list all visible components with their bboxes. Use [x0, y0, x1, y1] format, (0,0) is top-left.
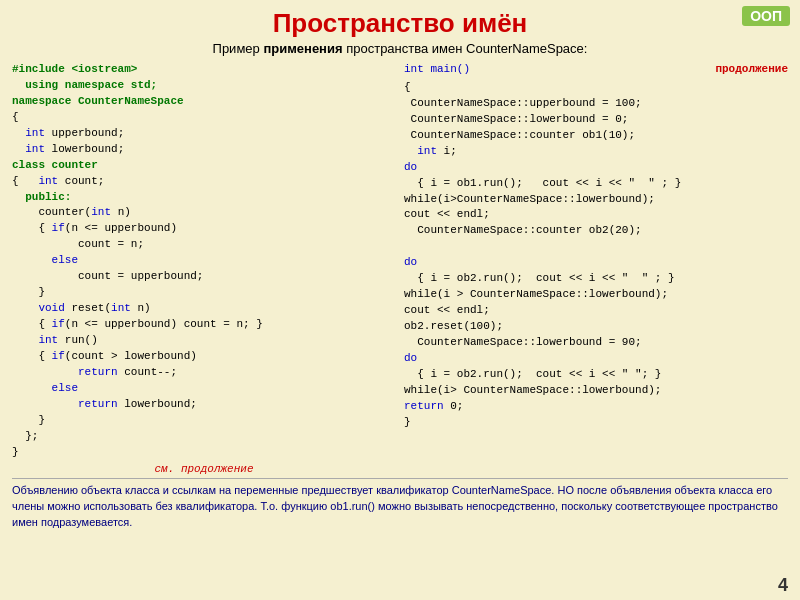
subtitle-rest: пространства имен CounterNameSpace:	[343, 41, 588, 56]
right-code-block: { CounterNameSpace::upperbound = 100; Co…	[404, 80, 788, 431]
page-number: 4	[778, 575, 788, 596]
page-title: Пространство имён	[12, 8, 788, 39]
see-more-label: см. продолжение	[12, 462, 396, 478]
subtitle: Пример применения пространства имен Coun…	[12, 41, 788, 56]
footer-content: Объявлению объекта класса и ссылкам на п…	[12, 484, 778, 528]
footer-text: Объявлению объекта класса и ссылкам на п…	[12, 478, 788, 531]
right-code-header: int main()	[404, 62, 470, 78]
right-code-panel: int main() продолжение { CounterNameSpac…	[404, 62, 788, 472]
continuation-label: продолжение	[715, 62, 788, 78]
page: ООП Пространство имён Пример применения …	[0, 0, 800, 600]
subtitle-plain: Пример	[213, 41, 264, 56]
left-code-panel: #include <iostream> using namespace std;…	[12, 62, 396, 472]
content-area: #include <iostream> using namespace std;…	[12, 62, 788, 472]
subtitle-bold: применения	[263, 41, 342, 56]
oop-badge: ООП	[742, 6, 790, 26]
left-code-block: #include <iostream> using namespace std;…	[12, 62, 396, 460]
